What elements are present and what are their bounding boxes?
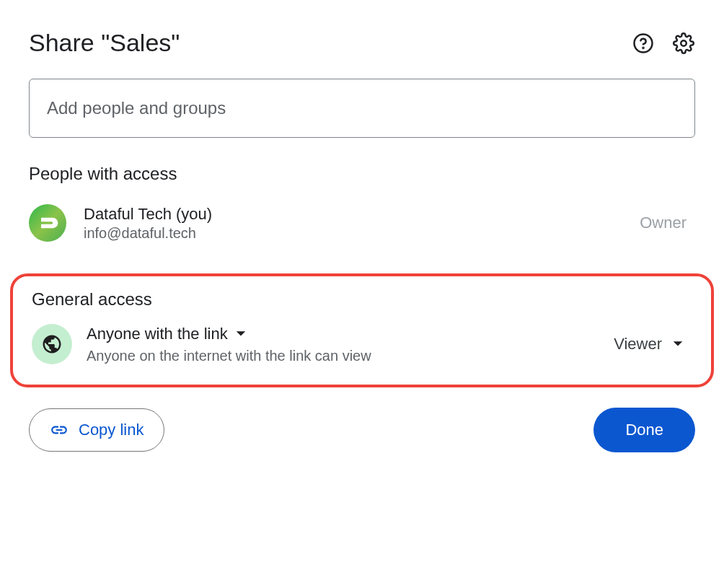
general-section-heading: General access xyxy=(32,289,692,310)
avatar xyxy=(29,204,66,242)
settings-icon[interactable] xyxy=(672,32,695,55)
access-info: Anyone with the link Anyone on the inter… xyxy=(87,325,605,364)
general-access-highlight: General access Anyone with the link Anyo… xyxy=(10,273,714,387)
svg-point-2 xyxy=(681,40,687,46)
people-section-heading: People with access xyxy=(29,164,695,184)
person-name: Dataful Tech (you) xyxy=(84,205,640,224)
svg-point-1 xyxy=(643,47,643,48)
access-type-label: Anyone with the link xyxy=(87,325,228,343)
person-email: info@dataful.tech xyxy=(84,225,640,242)
role-dropdown[interactable]: Viewer xyxy=(605,329,692,359)
done-button[interactable]: Done xyxy=(593,408,695,452)
person-row: Dataful Tech (you) info@dataful.tech Own… xyxy=(29,201,695,245)
globe-icon xyxy=(32,324,72,364)
dialog-title: Share "Sales" xyxy=(29,29,180,57)
help-icon[interactable] xyxy=(632,32,655,55)
link-icon xyxy=(50,421,69,439)
role-dropdown-label: Viewer xyxy=(614,335,662,354)
general-access-row: Anyone with the link Anyone on the inter… xyxy=(32,324,692,364)
copy-link-button[interactable]: Copy link xyxy=(29,408,164,452)
dialog-footer: Copy link Done xyxy=(29,408,695,452)
copy-link-label: Copy link xyxy=(79,421,144,439)
chevron-down-icon xyxy=(235,330,247,338)
add-people-input[interactable] xyxy=(29,79,695,138)
person-info: Dataful Tech (you) info@dataful.tech xyxy=(84,205,640,242)
access-description: Anyone on the internet with the link can… xyxy=(87,348,605,364)
role-label: Owner xyxy=(640,214,695,232)
dialog-header: Share "Sales" xyxy=(29,29,695,57)
access-type-dropdown[interactable]: Anyone with the link xyxy=(87,325,605,343)
chevron-down-icon xyxy=(672,341,684,348)
header-icons xyxy=(632,32,695,55)
